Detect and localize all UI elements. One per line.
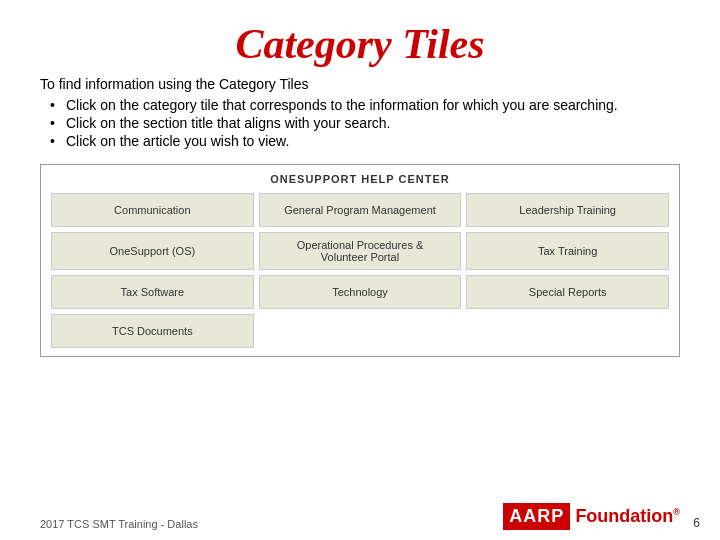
bullet-item-3: Click on the article you wish to view.	[50, 132, 680, 150]
tile-leadership[interactable]: Leadership Training	[466, 193, 669, 227]
footer-left-text: 2017 TCS SMT Training - Dallas	[40, 518, 198, 530]
page-number: 6	[693, 516, 700, 530]
intro-text: To find information using the Category T…	[40, 76, 680, 92]
page-title: Category Tiles	[40, 20, 680, 68]
tile-tax-training[interactable]: Tax Training	[466, 232, 669, 270]
aarp-logo: AARP Foundation®	[503, 503, 680, 530]
bullet-item-2: Click on the section title that aligns w…	[50, 114, 680, 132]
tile-general-program[interactable]: General Program Management	[259, 193, 462, 227]
page: Category Tiles To find information using…	[0, 0, 720, 540]
tile-empty-1	[259, 314, 462, 348]
tile-technology[interactable]: Technology	[259, 275, 462, 309]
bullet-item-1: Click on the category tile that correspo…	[50, 96, 680, 114]
tile-operational[interactable]: Operational Procedures &Volunteer Portal	[259, 232, 462, 270]
bullet-list: Click on the category tile that correspo…	[50, 96, 680, 150]
tile-empty-2	[466, 314, 669, 348]
category-section-header: ONESUPPORT HELP CENTER	[51, 173, 669, 185]
category-container: ONESUPPORT HELP CENTER Communication Gen…	[40, 164, 680, 357]
aarp-brand-text: AARP	[503, 503, 570, 530]
tile-onesupport[interactable]: OneSupport (OS)	[51, 232, 254, 270]
footer: 2017 TCS SMT Training - Dallas AARP Foun…	[40, 497, 680, 530]
category-grid: Communication General Program Management…	[51, 193, 669, 348]
tile-tax-software[interactable]: Tax Software	[51, 275, 254, 309]
tile-communication[interactable]: Communication	[51, 193, 254, 227]
foundation-text: Foundation®	[575, 506, 680, 527]
tile-tcs-documents[interactable]: TCS Documents	[51, 314, 254, 348]
footer-right: AARP Foundation®	[503, 503, 680, 530]
tile-special-reports[interactable]: Special Reports	[466, 275, 669, 309]
